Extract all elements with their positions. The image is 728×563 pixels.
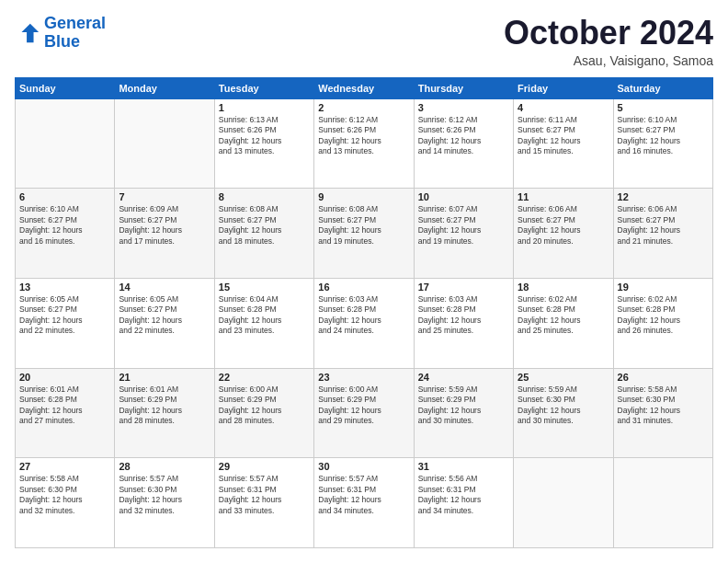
day-number: 11 <box>518 191 609 202</box>
calendar-cell: 6Sunrise: 6:10 AM Sunset: 6:27 PM Daylig… <box>16 189 115 279</box>
day-info: Sunrise: 6:00 AM Sunset: 6:29 PM Dayligh… <box>219 385 310 427</box>
day-info: Sunrise: 6:01 AM Sunset: 6:29 PM Dayligh… <box>119 385 210 427</box>
day-number: 4 <box>518 102 609 113</box>
calendar-cell: 17Sunrise: 6:03 AM Sunset: 6:28 PM Dayli… <box>414 278 513 368</box>
day-info: Sunrise: 6:08 AM Sunset: 6:27 PM Dayligh… <box>219 204 310 247</box>
location: Asau, Vaisigano, Samoa <box>504 53 713 68</box>
day-info: Sunrise: 6:05 AM Sunset: 6:27 PM Dayligh… <box>119 294 210 337</box>
logo: General Blue <box>15 15 106 52</box>
calendar-cell: 18Sunrise: 6:02 AM Sunset: 6:28 PM Dayli… <box>514 278 613 368</box>
day-info: Sunrise: 6:03 AM Sunset: 6:28 PM Dayligh… <box>418 294 509 337</box>
week-row-4: 20Sunrise: 6:01 AM Sunset: 6:28 PM Dayli… <box>16 368 713 458</box>
calendar-cell: 10Sunrise: 6:07 AM Sunset: 6:27 PM Dayli… <box>414 189 513 279</box>
day-number: 29 <box>219 461 310 472</box>
day-info: Sunrise: 6:12 AM Sunset: 6:26 PM Dayligh… <box>318 115 409 157</box>
day-number: 9 <box>318 191 409 202</box>
calendar-cell: 27Sunrise: 5:58 AM Sunset: 6:30 PM Dayli… <box>16 458 115 548</box>
calendar-cell: 8Sunrise: 6:08 AM Sunset: 6:27 PM Daylig… <box>214 189 313 279</box>
day-info: Sunrise: 6:02 AM Sunset: 6:28 PM Dayligh… <box>518 294 609 337</box>
week-row-1: 1Sunrise: 6:13 AM Sunset: 6:26 PM Daylig… <box>16 98 713 189</box>
day-info: Sunrise: 5:58 AM Sunset: 6:30 PM Dayligh… <box>618 385 709 427</box>
day-number: 7 <box>119 191 210 202</box>
calendar-cell: 29Sunrise: 5:57 AM Sunset: 6:31 PM Dayli… <box>214 458 313 548</box>
calendar-cell <box>514 458 613 548</box>
day-number: 16 <box>318 282 409 293</box>
calendar-cell: 19Sunrise: 6:02 AM Sunset: 6:28 PM Dayli… <box>613 278 712 368</box>
day-number: 26 <box>618 372 709 383</box>
page: General Blue October 2024 Asau, Vaisigan… <box>0 0 728 563</box>
week-row-5: 27Sunrise: 5:58 AM Sunset: 6:30 PM Dayli… <box>16 458 713 548</box>
calendar-cell: 28Sunrise: 5:57 AM Sunset: 6:30 PM Dayli… <box>115 458 214 548</box>
calendar-cell: 5Sunrise: 6:10 AM Sunset: 6:27 PM Daylig… <box>613 98 712 189</box>
day-number: 8 <box>219 191 310 202</box>
col-friday: Friday <box>514 77 613 98</box>
logo-text: General Blue <box>44 15 106 52</box>
calendar-cell: 1Sunrise: 6:13 AM Sunset: 6:26 PM Daylig… <box>214 98 313 189</box>
header-row: Sunday Monday Tuesday Wednesday Thursday… <box>16 77 713 98</box>
logo-line1: General <box>44 14 106 32</box>
day-number: 28 <box>119 461 210 472</box>
week-row-2: 6Sunrise: 6:10 AM Sunset: 6:27 PM Daylig… <box>16 189 713 279</box>
day-info: Sunrise: 6:01 AM Sunset: 6:28 PM Dayligh… <box>19 385 110 427</box>
day-number: 23 <box>318 372 409 383</box>
day-info: Sunrise: 6:13 AM Sunset: 6:26 PM Dayligh… <box>219 115 310 157</box>
day-info: Sunrise: 6:08 AM Sunset: 6:27 PM Dayligh… <box>318 204 409 247</box>
calendar-cell: 9Sunrise: 6:08 AM Sunset: 6:27 PM Daylig… <box>314 189 414 279</box>
calendar-cell <box>613 458 712 548</box>
day-info: Sunrise: 6:04 AM Sunset: 6:28 PM Dayligh… <box>219 294 310 337</box>
day-info: Sunrise: 6:06 AM Sunset: 6:27 PM Dayligh… <box>518 204 609 247</box>
calendar-cell: 2Sunrise: 6:12 AM Sunset: 6:26 PM Daylig… <box>314 98 414 189</box>
col-saturday: Saturday <box>613 77 712 98</box>
day-number: 12 <box>618 191 709 202</box>
day-number: 10 <box>418 191 509 202</box>
calendar-cell: 13Sunrise: 6:05 AM Sunset: 6:27 PM Dayli… <box>16 278 115 368</box>
day-info: Sunrise: 6:11 AM Sunset: 6:27 PM Dayligh… <box>518 115 609 157</box>
day-number: 20 <box>19 372 110 383</box>
day-info: Sunrise: 6:02 AM Sunset: 6:28 PM Dayligh… <box>618 294 709 337</box>
day-info: Sunrise: 6:09 AM Sunset: 6:27 PM Dayligh… <box>119 204 210 247</box>
day-number: 5 <box>618 102 709 113</box>
day-number: 27 <box>19 461 110 472</box>
calendar-cell: 4Sunrise: 6:11 AM Sunset: 6:27 PM Daylig… <box>514 98 613 189</box>
day-info: Sunrise: 6:10 AM Sunset: 6:27 PM Dayligh… <box>19 204 110 247</box>
calendar-cell: 3Sunrise: 6:12 AM Sunset: 6:26 PM Daylig… <box>414 98 513 189</box>
day-number: 2 <box>318 102 409 113</box>
day-number: 14 <box>119 282 210 293</box>
calendar-cell <box>16 98 115 189</box>
calendar-cell: 11Sunrise: 6:06 AM Sunset: 6:27 PM Dayli… <box>514 189 613 279</box>
day-info: Sunrise: 5:56 AM Sunset: 6:31 PM Dayligh… <box>418 474 509 516</box>
calendar-cell: 12Sunrise: 6:06 AM Sunset: 6:27 PM Dayli… <box>613 189 712 279</box>
day-info: Sunrise: 6:07 AM Sunset: 6:27 PM Dayligh… <box>418 204 509 247</box>
logo-icon <box>15 20 40 46</box>
calendar-cell: 21Sunrise: 6:01 AM Sunset: 6:29 PM Dayli… <box>115 368 214 458</box>
header: General Blue October 2024 Asau, Vaisigan… <box>15 15 713 68</box>
day-info: Sunrise: 5:59 AM Sunset: 6:30 PM Dayligh… <box>518 385 609 427</box>
day-info: Sunrise: 6:00 AM Sunset: 6:29 PM Dayligh… <box>318 385 409 427</box>
col-wednesday: Wednesday <box>314 77 414 98</box>
col-monday: Monday <box>115 77 214 98</box>
day-number: 25 <box>518 372 609 383</box>
day-number: 3 <box>418 102 509 113</box>
col-tuesday: Tuesday <box>214 77 313 98</box>
day-number: 24 <box>418 372 509 383</box>
col-thursday: Thursday <box>414 77 513 98</box>
day-number: 15 <box>219 282 310 293</box>
calendar-cell: 30Sunrise: 5:57 AM Sunset: 6:31 PM Dayli… <box>314 458 414 548</box>
day-info: Sunrise: 6:03 AM Sunset: 6:28 PM Dayligh… <box>318 294 409 337</box>
day-number: 13 <box>19 282 110 293</box>
day-number: 17 <box>418 282 509 293</box>
calendar-cell: 15Sunrise: 6:04 AM Sunset: 6:28 PM Dayli… <box>214 278 313 368</box>
day-info: Sunrise: 5:58 AM Sunset: 6:30 PM Dayligh… <box>19 474 110 516</box>
day-number: 22 <box>219 372 310 383</box>
day-number: 31 <box>418 461 509 472</box>
col-sunday: Sunday <box>16 77 115 98</box>
calendar-table: Sunday Monday Tuesday Wednesday Thursday… <box>15 77 713 548</box>
day-info: Sunrise: 6:06 AM Sunset: 6:27 PM Dayligh… <box>618 204 709 247</box>
day-info: Sunrise: 6:10 AM Sunset: 6:27 PM Dayligh… <box>618 115 709 157</box>
calendar-cell: 20Sunrise: 6:01 AM Sunset: 6:28 PM Dayli… <box>16 368 115 458</box>
month-title: October 2024 <box>504 15 713 52</box>
day-info: Sunrise: 6:05 AM Sunset: 6:27 PM Dayligh… <box>19 294 110 337</box>
day-info: Sunrise: 5:57 AM Sunset: 6:31 PM Dayligh… <box>219 474 310 516</box>
svg-marker-0 <box>21 24 39 43</box>
title-area: October 2024 Asau, Vaisigano, Samoa <box>504 15 713 68</box>
